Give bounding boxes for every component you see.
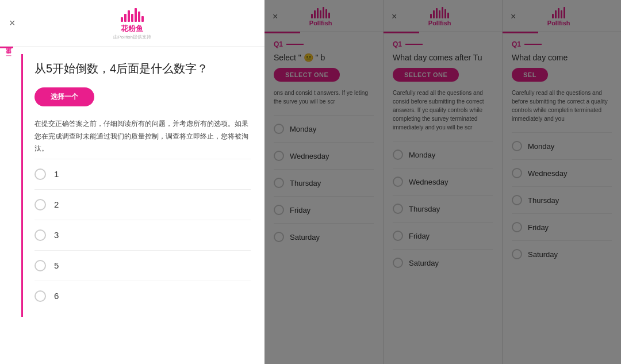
modal-logo-sub: 由Pollfish提供支持 — [113, 34, 151, 40]
modal-option-2-label: 2 — [54, 200, 59, 209]
modal-radio-3 — [34, 229, 46, 241]
modal-logo-name: 花粉鱼 — [121, 24, 143, 34]
modal-option-3[interactable]: 3 — [34, 220, 251, 250]
modal-radio-6 — [34, 290, 46, 302]
modal-header: × 花粉鱼 由Pollfish提供支持 — [0, 0, 264, 47]
modal-option-6[interactable]: 6 — [34, 281, 251, 311]
modal-close-btn[interactable]: × — [9, 17, 16, 29]
modal-instructions: 在提交正确答案之前，仔细阅读所有的问题，并考虑所有的选项。如果您在完成调查时未能… — [34, 118, 251, 155]
modal-logo-bars — [121, 8, 144, 22]
modal-radio-5 — [34, 260, 46, 271]
modal-option-1[interactable]: 1 — [34, 159, 251, 189]
modal-select-btn[interactable]: 选择一个 — [34, 87, 94, 106]
modal-option-3-label: 3 — [54, 230, 59, 240]
modal-body: 第一季度 从5开始倒数，4后面是什么数字？ 选择一个 在提交正确答案之前，仔细阅… — [0, 48, 264, 364]
main-modal: × 花粉鱼 由Pollfish提供支持 第一季度 从5 — [0, 0, 264, 364]
modal-option-2[interactable]: 2 — [34, 189, 251, 220]
modal-logo: 花粉鱼 由Pollfish提供支持 — [113, 8, 151, 40]
modal-radio-1 — [34, 168, 46, 180]
modal-option-5-label: 5 — [54, 260, 59, 270]
modal-option-6-label: 6 — [54, 291, 59, 301]
modal-radio-2 — [34, 199, 46, 210]
modal-option-1-label: 1 — [54, 169, 59, 179]
modal-question-title: 从5开始倒数，4后面是什么数字？ — [34, 60, 251, 77]
modal-option-5[interactable]: 5 — [34, 250, 251, 281]
